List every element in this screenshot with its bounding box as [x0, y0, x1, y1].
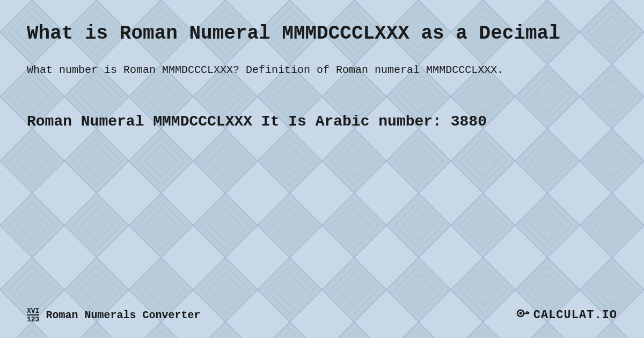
logo-text: CALCULAT.IO: [533, 308, 617, 322]
converter-label: Roman Numerals Converter: [46, 309, 200, 321]
description-text: What number is Roman MMMDCCCLXXX? Defini…: [27, 62, 617, 79]
result-title: Roman Numeral MMMDCCCLXXX It Is Arabic n…: [27, 111, 617, 132]
result-section: Roman Numeral MMMDCCCLXXX It Is Arabic n…: [27, 111, 617, 132]
calculat-logo[interactable]: CALCULAT.IO: [515, 306, 617, 325]
logo-icon: [515, 306, 530, 325]
page-title: What is Roman Numeral MMMDCCCLXXX as a D…: [27, 21, 617, 47]
icon-top: XVI: [27, 307, 39, 314]
footer: XVI 123 Roman Numerals Converter CALCULA…: [27, 306, 617, 325]
icon-bottom: 123: [27, 314, 39, 323]
roman-numeral-icon: XVI 123: [27, 307, 39, 323]
svg-point-5: [519, 312, 522, 315]
